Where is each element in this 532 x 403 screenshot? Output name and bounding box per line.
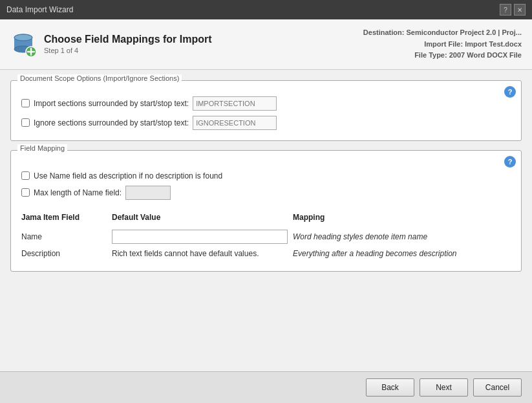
header-title: Choose Field Mappings for Import	[44, 34, 212, 45]
table-row: DescriptionRich text fields cannot have …	[21, 246, 511, 261]
ignore-section-row: Ignore sections surrounded by start/stop…	[21, 116, 511, 130]
scope-help-icon[interactable]: ?	[504, 86, 516, 98]
import-section-label: Import sections surrounded by start/stop…	[34, 99, 189, 108]
ignore-section-input[interactable]	[193, 116, 277, 130]
import-section-row: Import sections surrounded by start/stop…	[21, 96, 511, 111]
field-name-cell: Description	[21, 246, 112, 261]
title-bar-label: Data Import Wizard	[6, 5, 73, 14]
dialog: Choose Field Mappings for Import Step 1 …	[0, 19, 532, 403]
field-mapping-section: Field Mapping ? Use Name field as descri…	[10, 150, 522, 272]
scope-legend: Document Scope Options (Import/Ignore Se…	[17, 74, 182, 82]
name-default-input[interactable]	[112, 230, 288, 244]
import-section-checkbox[interactable]	[21, 99, 30, 107]
help-title-button[interactable]: ?	[500, 4, 511, 16]
max-length-label: Max length of Name field:	[34, 188, 122, 197]
file-type-label: File Type:	[414, 51, 447, 59]
close-title-button[interactable]: ✕	[514, 4, 526, 16]
import-section-input[interactable]	[193, 96, 277, 111]
max-length-row: Max length of Name field: 150	[21, 186, 511, 200]
dialog-body: Document Scope Options (Import/Ignore Se…	[0, 70, 532, 371]
dialog-header: Choose Field Mappings for Import Step 1 …	[0, 19, 532, 70]
mapping-help-icon[interactable]: ?	[504, 156, 516, 168]
max-length-input[interactable]: 150	[125, 186, 171, 200]
ignore-section-label: Ignore sections surrounded by start/stop…	[34, 118, 189, 127]
header-subtitle: Step 1 of 4	[44, 47, 212, 54]
col-header-jama-field: Jama Item Field	[21, 210, 112, 227]
db-icon	[10, 31, 36, 57]
header-right: Destination: Semiconductor Project 2.0 |…	[363, 27, 522, 61]
destination-value: Semiconductor Project 2.0 | Proj...	[406, 28, 522, 36]
destination-line: Destination: Semiconductor Project 2.0 |…	[363, 27, 522, 39]
default-value-cell[interactable]	[112, 227, 293, 246]
mapping-table: Jama Item Field Default Value Mapping Na…	[21, 210, 511, 261]
dialog-footer: Back Next Cancel	[0, 371, 532, 403]
field-mapping-content: Use Name field as description if no desc…	[21, 161, 511, 261]
mapping-legend: Field Mapping	[17, 144, 67, 152]
header-title-block: Choose Field Mappings for Import Step 1 …	[44, 34, 212, 54]
col-header-default-value: Default Value	[112, 210, 293, 227]
table-row: NameWord heading styles denote item name	[21, 227, 511, 246]
col-header-mapping: Mapping	[293, 210, 511, 227]
cancel-button[interactable]: Cancel	[473, 378, 522, 397]
use-name-label: Use Name field as description if no desc…	[34, 171, 222, 180]
mapping-cell: Word heading styles denote item name	[293, 227, 511, 246]
back-button[interactable]: Back	[366, 378, 414, 397]
title-bar-controls: ? ✕	[500, 4, 526, 16]
use-name-row: Use Name field as description if no desc…	[21, 171, 511, 180]
ignore-section-checkbox[interactable]	[21, 118, 30, 127]
import-file-value: Import Test.docx	[465, 40, 522, 48]
title-bar: Data Import Wizard ? ✕	[0, 0, 532, 19]
default-value-cell: Rich text fields cannot have default val…	[112, 246, 293, 261]
import-file-line: Import File: Import Test.docx	[363, 39, 522, 50]
mapping-cell: Everything after a heading becomes descr…	[293, 246, 511, 261]
file-type-value: 2007 Word DOCX File	[449, 51, 522, 59]
file-type-line: File Type: 2007 Word DOCX File	[363, 50, 522, 61]
destination-label: Destination:	[363, 28, 405, 36]
import-file-label: Import File:	[424, 40, 463, 48]
max-length-checkbox[interactable]	[21, 188, 30, 197]
next-button[interactable]: Next	[420, 378, 468, 397]
header-left: Choose Field Mappings for Import Step 1 …	[10, 31, 212, 57]
scope-section: Document Scope Options (Import/Ignore Se…	[10, 80, 522, 141]
svg-point-3	[14, 34, 32, 41]
field-name-cell: Name	[21, 227, 112, 246]
use-name-checkbox[interactable]	[21, 171, 30, 180]
